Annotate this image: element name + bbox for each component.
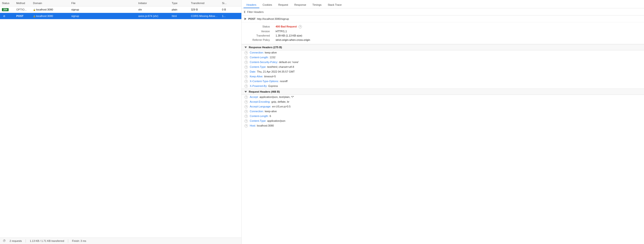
status-bar: ⏱ 2 requests 1.13 KB / 1.71 KB transferr…	[0, 238, 242, 244]
tab-stack-trace[interactable]: Stack Trace	[325, 2, 344, 8]
tabs-bar: Headers Cookies Request Response Timings…	[242, 0, 644, 8]
header-value: 6	[270, 115, 271, 118]
header-name: Accept-Language:	[250, 105, 271, 108]
status-bar-transferred: 1.13 KB / 1.71 KB transferred	[30, 240, 64, 242]
help-icon[interactable]: ?	[244, 70, 248, 74]
col-method-header: Method	[14, 2, 31, 4]
header-value: keep-alive	[265, 51, 277, 54]
header-value: timeout=5	[264, 75, 276, 78]
row1-method: OPTIO...	[14, 8, 31, 11]
help-icon[interactable]: ?	[244, 80, 248, 83]
col-transferred-header: Transferred	[189, 2, 220, 4]
filter-label: Filter Headers	[247, 10, 264, 13]
response-headers-title: Response Headers (275 B)	[249, 46, 282, 49]
header-row: ? Host: localhost:3080	[242, 123, 644, 128]
header-name: Accept-Encoding:	[250, 100, 270, 103]
help-icon[interactable]: ?	[244, 61, 248, 64]
response-headers-section[interactable]: Response Headers (275 B)	[242, 44, 644, 50]
header-value: keep-alive	[265, 110, 277, 113]
status-value: 400 Bad Request ?	[273, 24, 644, 29]
help-icon[interactable]: ?	[298, 25, 302, 28]
tab-request[interactable]: Request	[275, 2, 291, 8]
row2-status: ⊘	[0, 14, 14, 18]
version-value: HTTP/1.1	[273, 29, 644, 33]
header-row: ? Keep-Alive: timeout=5	[242, 74, 644, 79]
header-value: application/json, text/plain, */*	[260, 96, 294, 98]
header-row: ? Accept-Language: en-US,en;q=0.5	[242, 104, 644, 109]
version-label: Version	[242, 29, 273, 33]
col-status-header: Status	[0, 2, 14, 4]
status-code: 400 Bad Request	[276, 25, 297, 28]
request-headers-section[interactable]: Request Headers (466 B)	[242, 89, 644, 95]
row2-transferred: CORS Missing Allow Ori...	[189, 14, 220, 17]
header-value: en-US,en;q=0.5	[272, 105, 290, 108]
header-row: ? Connection: keep-alive	[242, 50, 644, 55]
row2-domain: 🔒localhost:3080	[31, 14, 70, 17]
help-icon[interactable]: ?	[244, 96, 248, 99]
help-icon[interactable]: ?	[244, 75, 248, 78]
header-row: ? Accept-Encoding: gzip, deflate, br	[242, 100, 644, 104]
col-initiator-header: Initiator	[136, 2, 170, 4]
header-value: text/html; charset=utf-8	[267, 65, 294, 68]
header-name: X-Powered-By:	[250, 85, 268, 87]
help-icon[interactable]: ?	[244, 105, 248, 108]
header-row: ? Accept: application/json, text/plain, …	[242, 95, 644, 100]
header-name: Content-Type:	[250, 65, 266, 68]
collapse-icon	[244, 47, 247, 48]
table-header: Status Method Domain File Initiator Type…	[0, 0, 242, 6]
help-icon[interactable]: ?	[244, 56, 248, 59]
help-icon[interactable]: ?	[244, 85, 248, 88]
header-row: ? Content-Security-Policy: default-src '…	[242, 60, 644, 65]
filter-icon: ⊻	[244, 10, 246, 14]
row1-domain: 🔒localhost:3080	[31, 8, 70, 11]
network-table-body: 204 OPTIO... 🔒localhost:3080 signup xhr …	[0, 6, 242, 238]
row2-type: html	[170, 14, 189, 17]
header-row: ? X-Powered-By: Express	[242, 84, 644, 89]
request-url-section: POST http://localhost:3080/signup	[242, 15, 644, 22]
help-icon[interactable]: ?	[244, 110, 248, 113]
row2-size: 1...	[220, 14, 234, 17]
header-row: ? Content-Type: application/json	[242, 119, 644, 123]
help-icon[interactable]: ?	[244, 115, 248, 118]
tab-response[interactable]: Response	[292, 2, 309, 8]
table-row[interactable]: ⊘ POST 🔒localhost:3080 signup axios.js:6…	[0, 13, 242, 19]
general-info: Status 400 Bad Request ? Version HTTP/1.…	[242, 22, 644, 44]
status-badge-204: 204	[2, 8, 8, 11]
detail-content: POST http://localhost:3080/signup Status…	[242, 15, 644, 244]
header-row: ? Content-Length: 6	[242, 114, 644, 119]
header-value: localhost:3080	[257, 124, 274, 127]
help-icon[interactable]: ?	[244, 100, 248, 104]
header-name: Connection:	[250, 110, 264, 113]
help-icon[interactable]: ?	[244, 65, 248, 69]
tab-timings[interactable]: Timings	[310, 2, 324, 8]
tab-headers[interactable]: Headers	[244, 2, 259, 8]
col-file-header: File	[70, 2, 136, 4]
lock-icon: 🔒	[33, 8, 36, 11]
header-name: Connection:	[250, 51, 264, 54]
referrer-policy-label: Referrer Policy	[242, 38, 273, 42]
row2-file: signup	[70, 14, 136, 17]
row1-size: 0 B	[220, 8, 234, 11]
header-name: Host:	[250, 124, 256, 127]
request-headers-title: Request Headers (466 B)	[249, 90, 280, 93]
filter-bar: ⊻ Filter Headers	[242, 8, 644, 15]
help-icon[interactable]: ?	[244, 124, 248, 127]
detail-panel: Headers Cookies Request Response Timings…	[242, 0, 644, 244]
help-icon[interactable]: ?	[244, 119, 248, 123]
header-value: application/json	[267, 119, 286, 122]
col-type-header: Type	[170, 2, 189, 4]
referrer-policy-value: strict-origin-when-cross-origin	[273, 38, 644, 42]
header-name: Date:	[250, 70, 256, 73]
expand-icon[interactable]	[244, 18, 246, 20]
row2-initiator: axios.js:674 (xhr)	[136, 14, 170, 17]
header-name: Content-Type:	[250, 119, 266, 122]
row1-transferred: 329 B	[189, 8, 220, 11]
header-row: ? Content-Type: text/html; charset=utf-8	[242, 65, 644, 69]
status-label: Status	[242, 24, 273, 29]
status-bar-finish: Finish: 3 ms	[72, 240, 86, 242]
help-icon[interactable]: ?	[244, 51, 248, 54]
table-row[interactable]: 204 OPTIO... 🔒localhost:3080 signup xhr …	[0, 6, 242, 13]
tab-cookies[interactable]: Cookies	[260, 2, 275, 8]
status-bar-timer: ⏱	[3, 239, 6, 243]
collapse-icon	[244, 91, 247, 93]
